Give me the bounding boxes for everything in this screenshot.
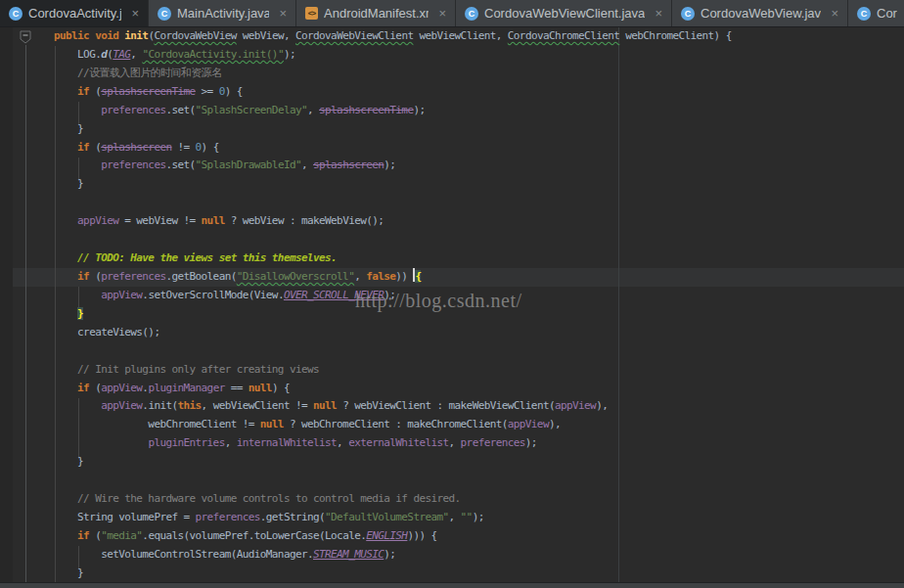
code-token: ) {	[225, 85, 243, 98]
code-token: ,	[449, 436, 461, 449]
tab-close-icon[interactable]: ×	[275, 7, 287, 20]
code-token: preferences	[101, 104, 165, 116]
code-token: "DisallowOverscroll"	[237, 270, 354, 283]
code-line	[54, 472, 904, 490]
tab-label: AndroidManifest.xml	[324, 6, 429, 21]
tab-label: CordovaActivity.java	[28, 6, 121, 21]
code-token: );	[284, 48, 295, 61]
code-line: }	[54, 175, 904, 194]
editor-tab[interactable]: <>AndroidManifest.xml×	[296, 0, 456, 26]
code-token: if	[77, 529, 89, 542]
code-line: setVolumeControlStream(AudioManager.STRE…	[54, 546, 904, 565]
code-token: appView	[508, 418, 549, 430]
code-token	[54, 104, 101, 116]
code-line: if (splashscreenTime >= 0) {	[54, 83, 904, 102]
code-token	[54, 289, 101, 301]
tab-label: CordovaWebViewClient.java	[484, 6, 645, 21]
code-token: ? webChromeClient : makeChromeClient(	[284, 418, 508, 430]
code-token	[54, 382, 77, 394]
tab-close-icon[interactable]: ×	[827, 7, 838, 20]
code-token: false	[366, 270, 395, 283]
code-token: "SplashDrawableId"	[196, 158, 301, 171]
code-token	[54, 307, 77, 320]
code-token: ==	[225, 382, 249, 394]
code-line	[54, 342, 904, 361]
csdn-watermark: http://blog.csdn.net/	[355, 290, 522, 312]
code-line: // TODO: Have the views set this themsel…	[54, 249, 904, 268]
code-token: STREAM_MUSIC	[313, 548, 384, 561]
code-token: preferences	[101, 270, 165, 283]
code-token: ,	[130, 48, 142, 61]
tab-close-icon[interactable]: ×	[434, 7, 446, 20]
code-token: CordovaWebView	[154, 29, 236, 42]
code-token	[54, 141, 77, 154]
editor-tab[interactable]: CCordovaActivity.java×	[0, 0, 149, 26]
tab-close-icon[interactable]: ×	[127, 7, 139, 20]
code-token	[54, 436, 148, 449]
code-token: "media"	[101, 529, 142, 542]
code-token: pluginEntries	[148, 436, 224, 449]
code-token: void	[95, 29, 118, 42]
code-token: );	[413, 104, 425, 116]
code-token: ,	[449, 511, 461, 523]
code-token: if	[77, 382, 89, 394]
tab-close-icon[interactable]: ×	[651, 7, 662, 20]
code-token: }	[54, 177, 83, 190]
code-line: if ("media".equals(volumePref.toLowerCas…	[54, 527, 904, 546]
code-token: // Wire the hardware volume controls to …	[77, 492, 460, 505]
code-token: );	[384, 548, 395, 561]
editor-tab-bar: CCordovaActivity.java×CMainActivity.java…	[0, 0, 904, 27]
code-token: null	[202, 214, 225, 227]
code-line: createViews();	[54, 324, 904, 342]
code-token: .init(	[142, 399, 177, 412]
code-token: .setOverScrollMode(View.	[142, 289, 284, 301]
code-token: preferences	[101, 158, 165, 171]
code-token: ENGLISH	[366, 529, 407, 542]
editor-tab[interactable]: CMainActivity.java×	[149, 0, 296, 26]
code-token	[54, 251, 77, 264]
manifest-file-icon: <>	[305, 7, 318, 20]
code-token: webChromeClient !=	[54, 418, 260, 430]
code-token: // Init plugins only after creating view…	[77, 363, 319, 376]
code-token: ,	[301, 158, 313, 171]
code-token: ,	[354, 270, 366, 283]
code-token	[54, 399, 101, 412]
code-line: preferences.set("SplashScreenDelay", spl…	[54, 102, 904, 120]
code-token: CordovaChromeClient	[508, 29, 619, 42]
code-line	[54, 194, 904, 212]
tab-label: Cor	[877, 6, 897, 21]
code-token	[54, 363, 77, 376]
code-token: null	[313, 399, 337, 412]
code-line: appView = webView != null ? webView : ma…	[54, 212, 904, 231]
bottom-panel-edge	[0, 582, 904, 588]
class-file-icon: C	[857, 7, 871, 21]
code-token: , webViewClient !=	[202, 399, 313, 412]
code-token: (	[89, 141, 101, 154]
editor-tab[interactable]: CCor	[848, 0, 904, 26]
code-token: {	[415, 270, 421, 283]
code-token: !=	[171, 141, 195, 154]
code-token: webChromeClient) {	[619, 29, 731, 42]
code-token: if	[77, 270, 89, 283]
code-token: pluginManager	[148, 382, 224, 394]
code-token: (	[89, 85, 101, 98]
class-file-icon: C	[465, 7, 478, 21]
code-editor[interactable]: public void init(CordovaWebView webView,…	[0, 27, 904, 582]
tab-label: CordovaWebView.java	[701, 6, 821, 21]
code-token	[54, 492, 77, 505]
code-token: ,	[307, 104, 319, 116]
code-token: public	[54, 29, 89, 42]
code-token: LOG.	[54, 48, 101, 61]
code-token: // TODO: Have the views set this themsel…	[77, 251, 337, 264]
code-token: ""	[461, 511, 473, 523]
editor-tab[interactable]: CCordovaWebView.java×	[672, 0, 848, 26]
code-token: .equals(volumePref.toLowerCase(Locale.	[142, 529, 366, 542]
code-token: externalWhitelist	[348, 436, 448, 449]
code-line: public void init(CordovaWebView webView,…	[54, 27, 904, 46]
code-token: splashscreenTime	[101, 85, 195, 98]
code-token: >=	[196, 85, 219, 98]
class-file-icon: C	[681, 7, 695, 21]
code-token: //设置载入图片的时间和资源名	[77, 67, 221, 79]
editor-tab[interactable]: CCordovaWebViewClient.java×	[456, 0, 672, 26]
code-line: // Wire the hardware volume controls to …	[54, 490, 904, 509]
